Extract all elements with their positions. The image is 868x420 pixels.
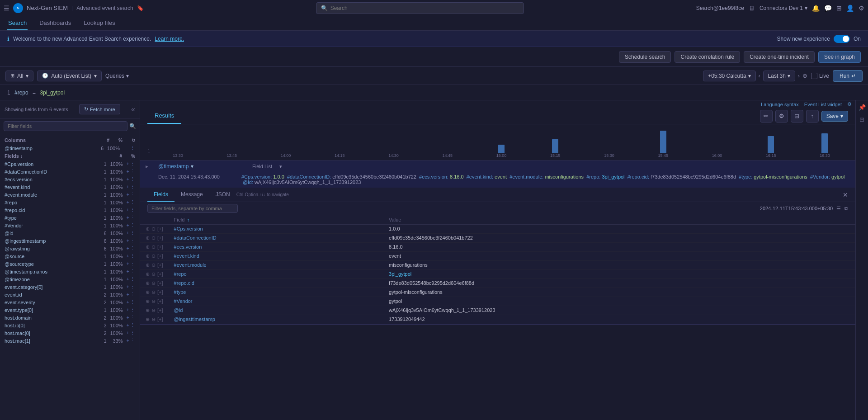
filter-minus-icon[interactable]: ⊖ (151, 244, 156, 250)
queries-dropdown[interactable]: Queries ▾ (105, 73, 129, 79)
more-field-icon[interactable]: ⋮ (130, 315, 135, 321)
more-field-icon[interactable]: ⋮ (130, 169, 135, 175)
filter-icon[interactable]: ☰ (836, 206, 841, 212)
filter-minus-icon[interactable]: ⊖ (151, 316, 156, 322)
field-row[interactable]: #dataConnectionID 1 100% + ⋮ (0, 168, 140, 175)
add-field-icon[interactable]: + (127, 261, 129, 267)
export-icon-btn[interactable]: ↑ (806, 110, 819, 123)
event-list-widget-link[interactable]: Event List widget (804, 102, 842, 107)
add-field-icon[interactable]: + (127, 215, 129, 221)
tab-json[interactable]: JSON (209, 188, 236, 202)
user-icon[interactable]: 👤 (846, 5, 854, 12)
filter-plus-icon[interactable]: ⊕ (146, 244, 150, 250)
learn-more-link[interactable]: Learn more. (155, 36, 184, 42)
more-icon[interactable]: ⋮ (130, 145, 135, 151)
filter-plus-icon[interactable]: ⊕ (146, 289, 150, 295)
more-field-icon[interactable]: ⋮ (130, 253, 135, 259)
filter-minus-icon[interactable]: ⊖ (151, 298, 156, 304)
add-field-icon[interactable]: + (127, 222, 129, 228)
add-field-icon[interactable]: + (127, 253, 129, 259)
filter-minus-icon[interactable]: ⊖ (151, 262, 156, 268)
field-row[interactable]: event.type[0] 1 100% + ⋮ (0, 306, 140, 314)
more-field-icon[interactable]: ⋮ (130, 222, 135, 228)
tab-dashboards[interactable]: Dashboards (38, 16, 72, 30)
filter-plus-icon[interactable]: ⊕ (146, 316, 150, 322)
add-field-icon[interactable]: + (127, 292, 129, 297)
add-field-icon[interactable]: + (127, 176, 129, 182)
filter-minus-icon[interactable]: ⊖ (151, 280, 156, 286)
field-row[interactable]: #event.kind 1 100% + ⋮ (0, 183, 140, 191)
add-field-icon[interactable]: + (127, 276, 129, 282)
col-header-field[interactable]: Field ↑ (169, 215, 384, 225)
more-field-icon[interactable]: ⋮ (130, 207, 135, 213)
field-icon[interactable]: [+] (157, 298, 163, 304)
more-field-icon[interactable]: ⋮ (130, 192, 135, 198)
next-time-icon[interactable]: › (798, 73, 800, 79)
live-checkbox[interactable] (811, 73, 817, 79)
field-row[interactable]: @timestamp.nanos 1 100% + ⋮ (0, 268, 140, 275)
field-row[interactable]: @timezone 1 100% + ⋮ (0, 275, 140, 283)
add-field-icon[interactable]: + (127, 192, 129, 198)
create-incident-button[interactable]: Create one-time incident (744, 51, 815, 63)
connector-badge[interactable]: Connectors Dev 1 ▾ (760, 5, 807, 11)
field-icon[interactable]: [+] (157, 316, 163, 322)
more-field-icon[interactable]: ⋮ (130, 161, 135, 167)
settings-icon[interactable]: ⚙ (847, 101, 852, 107)
filter-plus-icon[interactable]: ⊕ (146, 307, 150, 313)
timezone-button[interactable]: +05:30 Calcutta ▾ (703, 71, 755, 81)
more-field-icon[interactable]: ⋮ (130, 215, 135, 221)
gear-icon[interactable]: ⚙ (859, 5, 864, 12)
show-new-toggle[interactable] (834, 35, 850, 43)
result-row-header-1[interactable]: ▸ @timestamp ▾ Field List ▾ (140, 160, 855, 172)
add-field-icon[interactable]: + (127, 238, 129, 244)
more-field-icon[interactable]: ⋮ (130, 176, 135, 182)
field-row[interactable]: #event.module 1 100% + ⋮ (0, 191, 140, 198)
time-range-button[interactable]: Last 3h ▾ (763, 71, 795, 81)
add-field-icon[interactable]: + (127, 315, 129, 321)
tab-message[interactable]: Message (175, 188, 209, 202)
more-field-icon[interactable]: ⋮ (130, 292, 135, 297)
add-field-icon[interactable]: + (127, 169, 129, 175)
add-field-icon[interactable]: + (127, 307, 129, 313)
filter-minus-icon[interactable]: ⊖ (151, 307, 156, 313)
field-row[interactable]: #repo.cid 1 100% + ⋮ (0, 206, 140, 214)
edit-icon-btn[interactable]: ✏ (760, 110, 773, 123)
grid-icon[interactable]: ⊞ (836, 5, 842, 12)
more-field-icon[interactable]: ⋮ (130, 238, 135, 244)
add-field-icon[interactable]: + (127, 338, 129, 344)
field-row[interactable]: #repo 1 100% + ⋮ (0, 198, 140, 206)
prev-time-icon[interactable]: ‹ (759, 73, 760, 79)
add-field-icon[interactable]: + (127, 269, 129, 274)
field-row[interactable]: #type 1 100% + ⋮ (0, 214, 140, 222)
col-header-value[interactable]: Value (383, 215, 855, 225)
filter-plus-icon[interactable]: ⊕ (146, 226, 150, 232)
zoom-icon[interactable]: ⊕ (802, 72, 807, 79)
more-field-icon[interactable]: ⋮ (130, 261, 135, 267)
filter-plus-icon[interactable]: ⊕ (146, 280, 150, 286)
add-field-icon[interactable]: + (127, 199, 129, 205)
add-field-icon[interactable]: + (127, 207, 129, 213)
field-icon[interactable]: [+] (157, 307, 163, 313)
create-correlation-button[interactable]: Create correlation rule (675, 51, 740, 63)
schedule-search-button[interactable]: Schedule search (619, 51, 671, 63)
more-field-icon[interactable]: ⋮ (130, 269, 135, 274)
filter-minus-icon[interactable]: ⊖ (151, 271, 156, 277)
time-mode-dropdown[interactable]: 🕐 Auto (Event List) ▾ (37, 71, 102, 81)
more-field-icon[interactable]: ⋮ (130, 284, 135, 290)
field-row[interactable]: @rawstring 6 100% + ⋮ (0, 245, 140, 252)
sidebar-pin-icon[interactable]: 📌 (859, 104, 866, 111)
field-row[interactable]: event.category[0] 1 100% + ⋮ (0, 283, 140, 291)
hamburger-icon[interactable]: ☰ (4, 5, 9, 12)
tab-fields[interactable]: Fields (147, 188, 175, 202)
bell-icon[interactable]: 🔔 (812, 5, 820, 12)
filter-minus-icon[interactable]: ⊖ (151, 289, 156, 295)
field-icon[interactable]: [+] (157, 253, 163, 259)
field-row[interactable]: @id 6 100% + ⋮ (0, 229, 140, 237)
field-icon[interactable]: [+] (157, 271, 163, 277)
filter-plus-icon[interactable]: ⊕ (146, 253, 150, 259)
all-dropdown[interactable]: ⊞ All ▾ (5, 71, 33, 81)
add-field-icon[interactable]: + (127, 284, 129, 290)
table-icon-btn[interactable]: ⊟ (791, 110, 803, 123)
field-row[interactable]: #ecs.version 1 100% + ⋮ (0, 175, 140, 183)
more-field-icon[interactable]: ⋮ (130, 276, 135, 282)
